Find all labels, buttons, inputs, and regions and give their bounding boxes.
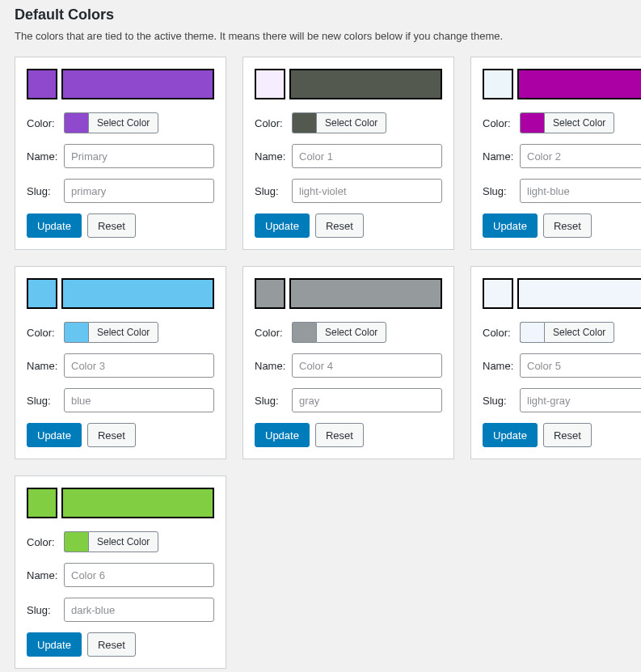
preview-swatch-large	[61, 69, 214, 99]
preview-row	[483, 278, 641, 309]
page-description: The colors that are tied to the active t…	[15, 30, 626, 42]
name-input[interactable]	[64, 563, 214, 587]
update-button[interactable]: Update	[27, 423, 82, 447]
color-swatch-button[interactable]	[292, 322, 316, 343]
reset-button[interactable]: Reset	[543, 423, 592, 447]
color-swatch-button[interactable]	[64, 112, 88, 133]
name-label: Name:	[27, 569, 64, 581]
color-swatch-button[interactable]	[520, 322, 544, 343]
color-swatch-button[interactable]	[64, 322, 88, 343]
preview-swatch-small	[27, 488, 57, 518]
slug-label: Slug:	[483, 395, 520, 407]
page-title: Default Colors	[15, 6, 626, 23]
color-label: Color:	[255, 327, 292, 339]
reset-button[interactable]: Reset	[87, 423, 136, 447]
slug-label: Slug:	[483, 185, 520, 197]
reset-button[interactable]: Reset	[87, 632, 136, 657]
preview-row	[483, 69, 641, 99]
color-card: Color: Select Color Name: Slug: Update R…	[242, 57, 454, 250]
update-button[interactable]: Update	[483, 213, 538, 238]
slug-input[interactable]	[292, 388, 442, 412]
name-input[interactable]	[64, 144, 214, 168]
color-card: Color: Select Color Name: Slug: Update R…	[15, 266, 226, 459]
name-input[interactable]	[292, 353, 442, 378]
reset-button[interactable]: Reset	[543, 213, 592, 238]
preview-swatch-large	[61, 488, 214, 518]
name-input[interactable]	[64, 353, 214, 378]
slug-input[interactable]	[520, 179, 641, 203]
slug-input[interactable]	[292, 179, 442, 203]
preview-swatch-small	[255, 278, 285, 309]
reset-button[interactable]: Reset	[87, 213, 136, 238]
name-label: Name:	[483, 360, 520, 372]
color-cards-grid: Color: Select Color Name: Slug: Update R…	[15, 57, 626, 669]
select-color-button[interactable]: Select Color	[88, 112, 158, 133]
slug-label: Slug:	[27, 604, 64, 616]
slug-input[interactable]	[64, 388, 214, 412]
color-label: Color:	[255, 117, 292, 129]
update-button[interactable]: Update	[483, 423, 538, 447]
color-swatch-button[interactable]	[292, 112, 316, 133]
preview-swatch-small	[27, 278, 57, 309]
preview-row	[27, 278, 214, 309]
update-button[interactable]: Update	[27, 632, 82, 657]
color-card: Color: Select Color Name: Slug: Update R…	[15, 475, 226, 669]
name-label: Name:	[27, 360, 64, 372]
select-color-button[interactable]: Select Color	[544, 112, 614, 133]
preview-swatch-large	[61, 278, 214, 309]
preview-swatch-small	[255, 69, 285, 99]
reset-button[interactable]: Reset	[315, 213, 364, 238]
preview-swatch-small	[27, 69, 57, 99]
color-swatch-button[interactable]	[520, 112, 544, 133]
name-input[interactable]	[520, 144, 641, 168]
name-label: Name:	[27, 150, 64, 163]
update-button[interactable]: Update	[27, 213, 82, 238]
select-color-button[interactable]: Select Color	[88, 322, 158, 343]
preview-row	[255, 69, 442, 99]
name-label: Name:	[255, 150, 292, 163]
select-color-button[interactable]: Select Color	[316, 322, 386, 343]
preview-row	[255, 278, 442, 309]
slug-label: Slug:	[255, 395, 292, 407]
name-input[interactable]	[292, 144, 442, 168]
preview-swatch-small	[483, 69, 513, 99]
name-input[interactable]	[520, 353, 641, 378]
select-color-button[interactable]: Select Color	[316, 112, 386, 133]
preview-swatch-large	[517, 69, 641, 99]
slug-input[interactable]	[64, 179, 214, 203]
color-label: Color:	[483, 327, 520, 339]
slug-label: Slug:	[27, 395, 64, 407]
update-button[interactable]: Update	[255, 213, 310, 238]
color-swatch-button[interactable]	[64, 531, 88, 552]
select-color-button[interactable]: Select Color	[544, 322, 614, 343]
color-card: Color: Select Color Name: Slug: Update R…	[15, 57, 226, 250]
slug-input[interactable]	[64, 598, 214, 622]
color-label: Color:	[27, 327, 64, 339]
preview-swatch-small	[483, 278, 513, 309]
color-card: Color: Select Color Name: Slug: Update R…	[470, 57, 641, 250]
slug-label: Slug:	[27, 185, 64, 197]
color-card: Color: Select Color Name: Slug: Update R…	[242, 266, 454, 459]
select-color-button[interactable]: Select Color	[88, 531, 158, 552]
color-label: Color:	[27, 536, 64, 548]
slug-input[interactable]	[520, 388, 641, 412]
update-button[interactable]: Update	[255, 423, 310, 447]
preview-row	[27, 488, 214, 518]
name-label: Name:	[255, 360, 292, 372]
name-label: Name:	[483, 150, 520, 163]
preview-swatch-large	[289, 69, 442, 99]
reset-button[interactable]: Reset	[315, 423, 364, 447]
preview-swatch-large	[289, 278, 442, 309]
preview-row	[27, 69, 214, 99]
color-card: Color: Select Color Name: Slug: Update R…	[470, 266, 641, 459]
slug-label: Slug:	[255, 185, 292, 197]
color-label: Color:	[483, 117, 520, 129]
preview-swatch-large	[517, 278, 641, 309]
color-label: Color:	[27, 117, 64, 129]
